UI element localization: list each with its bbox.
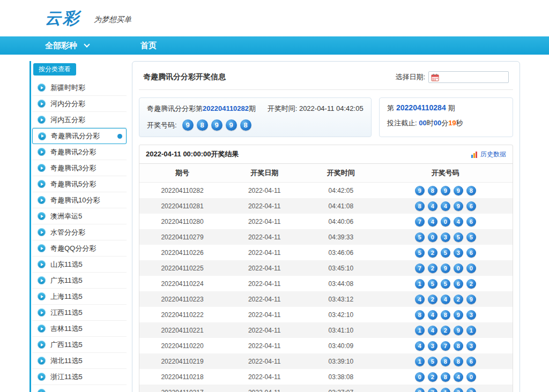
lottery-ball: 1	[466, 326, 476, 335]
next-issue-prefix: 第	[387, 104, 394, 112]
countdown-seconds: 19	[448, 119, 456, 127]
lottery-ball: 4	[428, 201, 437, 211]
play-arrow	[41, 247, 43, 250]
lottery-ball: 9	[454, 186, 463, 195]
sidebar-item-label: 奇趣腾讯分分彩	[51, 131, 100, 141]
sidebar-item[interactable]: 奇趣QQ分分彩	[32, 240, 127, 257]
results-header: 2022-04-11 00:00:00开奖结果 历史数据	[139, 145, 513, 164]
sidebar-item[interactable]: 奇趣腾讯10分彩	[32, 192, 127, 208]
cell-date: 2022-04-11	[225, 233, 303, 241]
sidebar-item[interactable]: 澳洲幸运5	[32, 208, 127, 224]
lottery-ball: 9	[441, 186, 450, 195]
lottery-ball: 2	[428, 263, 437, 273]
lottery-ball: 8	[454, 357, 463, 366]
cell-numbers: 15562	[378, 279, 513, 289]
cell-numbers: 84893	[378, 310, 513, 320]
lottery-ball: 3	[441, 232, 450, 242]
sidebar-item[interactable]: 湖北11选5	[32, 353, 127, 369]
nav-home-label: 首页	[140, 41, 157, 51]
sidebar-item-label: 新疆时时彩	[50, 83, 85, 93]
table-header: 期号开奖日期开奖时间开奖号码	[139, 164, 513, 183]
lottery-ball: 2	[428, 372, 437, 382]
table-body: 202204110282 2022-04-11 04:42:05 98998	[139, 183, 513, 392]
date-input[interactable]	[428, 71, 509, 83]
history-link[interactable]: 历史数据	[471, 150, 506, 159]
lottery-ball: 4	[454, 217, 463, 227]
cell-issue: 202204110220	[139, 342, 225, 350]
nav-home[interactable]: 首页	[140, 41, 157, 51]
sidebar-item[interactable]: 水管分分彩	[32, 224, 127, 240]
lottery-ball: 7	[441, 341, 450, 351]
site-logo[interactable]: 云彩	[45, 7, 80, 29]
lottery-ball: 4	[454, 372, 463, 382]
cell-date: 2022-04-11	[225, 296, 303, 303]
sidebar-item[interactable]: 河内五分彩	[32, 112, 127, 128]
cell-time: 03:45:10	[303, 265, 378, 272]
sidebar-item[interactable]: 奇趣腾讯2分彩	[32, 144, 127, 160]
lottery-ball: 0	[466, 372, 476, 382]
cell-issue: 202204110279	[139, 233, 225, 241]
current-numbers: 98998	[182, 119, 251, 131]
next-issue: 202204110284	[396, 103, 446, 112]
cell-time: 03:41:10	[303, 327, 378, 334]
sidebar-item[interactable]: 上海11选5	[32, 289, 127, 305]
table-row: 202204110220 2022-04-11 03:40:09 43783	[139, 338, 513, 353]
cell-date: 2022-04-11	[225, 389, 303, 392]
sidebar-item[interactable]: 河内分分彩	[32, 96, 127, 112]
play-arrow	[41, 199, 43, 202]
sidebar-item[interactable]: 江西11选5	[32, 305, 127, 321]
cell-date: 2022-04-11	[225, 218, 303, 225]
sidebar-item[interactable]: 奇趣腾讯5分彩	[32, 176, 127, 192]
sidebar-item[interactable]: 新疆时时彩	[32, 80, 127, 96]
site-tagline: 为梦想买单	[94, 15, 131, 25]
lottery-ball: 8	[454, 341, 463, 351]
play-circle-icon	[38, 341, 46, 349]
column-header: 开奖日期	[225, 168, 303, 178]
site-header: 云彩 为梦想买单	[0, 0, 549, 36]
sidebar-item-label: 水管分分彩	[50, 228, 85, 237]
sidebar-item[interactable]: 奇趣腾讯分分彩	[32, 128, 127, 144]
sidebar-item[interactable]: 广东11选5	[32, 273, 127, 289]
lottery-ball: 8	[240, 119, 251, 131]
play-circle-icon	[38, 100, 46, 108]
category-filter-button[interactable]: 按分类查看	[33, 63, 76, 76]
sidebar-item[interactable]: 浙江11选5	[32, 369, 127, 385]
table-row: 202204110224 2022-04-11 03:44:08 15562	[139, 276, 513, 291]
cell-numbers: 74046	[378, 217, 513, 227]
panel-header: 奇趣腾讯分分彩开奖信息 选择日期:	[139, 68, 513, 90]
lottery-ball: 1	[415, 357, 425, 366]
sidebar-item[interactable]: 广西11选5	[32, 337, 127, 353]
table-row: 202204110281 2022-04-11 04:41:08 84496	[139, 198, 513, 214]
lottery-ball: 0	[466, 263, 476, 273]
cell-issue: 202204110223	[139, 296, 225, 303]
lottery-ball: 2	[441, 326, 450, 335]
table-row: 202204110221 2022-04-11 03:41:10 14291	[139, 322, 513, 338]
lottery-ball: 3	[466, 310, 476, 320]
sidebar-item[interactable]	[32, 385, 127, 392]
sidebar-item[interactable]: 山东11选5	[32, 257, 127, 273]
lottery-ball: 0	[428, 232, 437, 242]
page: 云彩 为梦想买单 全部彩种 首页 按分类查看 新疆时时彩	[0, 0, 549, 392]
play-circle-icon	[38, 244, 46, 252]
lottery-ball: 2	[428, 248, 437, 258]
play-arrow	[41, 215, 43, 218]
lottery-ball: 3	[466, 341, 476, 351]
nav-all-lotteries[interactable]: 全部彩种	[45, 41, 89, 51]
cell-time: 03:44:08	[303, 280, 378, 288]
sidebar-item[interactable]: 吉林11选5	[32, 321, 127, 337]
cell-time: 04:39:33	[303, 233, 378, 241]
play-circle-icon	[38, 116, 46, 124]
draw-info-row: 奇趣腾讯分分彩第202204110282期 开奖时间: 2022-04-11 0…	[139, 97, 513, 137]
cell-issue: 202204110221	[139, 327, 225, 334]
play-circle-icon	[38, 325, 46, 333]
cell-issue: 202204110225	[139, 265, 225, 272]
cell-date: 2022-04-11	[225, 187, 303, 194]
column-header: 开奖号码	[378, 168, 513, 178]
lottery-ball: 9	[226, 119, 237, 131]
cell-issue: 202204110281	[139, 202, 225, 210]
cell-numbers: 15886	[378, 357, 513, 366]
cell-date: 2022-04-11	[225, 265, 303, 272]
lottery-ball: 0	[454, 263, 463, 273]
sidebar-item[interactable]: 奇趣腾讯3分彩	[32, 160, 127, 176]
play-arrow	[41, 231, 43, 234]
